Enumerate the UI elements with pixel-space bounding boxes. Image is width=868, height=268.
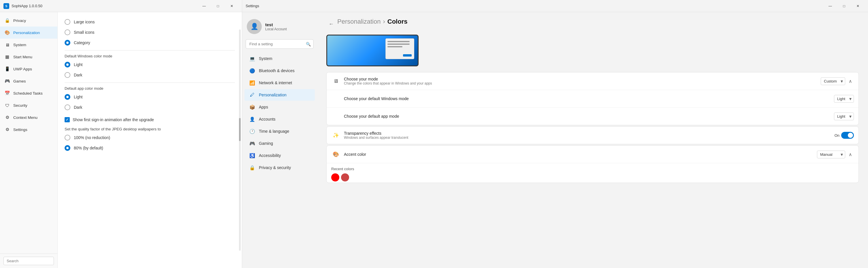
settings-nav-bluetooth[interactable]: 🔵 Bluetooth & devices <box>244 65 315 77</box>
sidebar-item-scheduled-tasks-label: Scheduled Tasks <box>13 91 43 95</box>
network-nav-label: Network & internet <box>259 81 292 85</box>
sophi-close-button[interactable]: ✕ <box>225 1 239 11</box>
sophi-maximize-button[interactable]: □ <box>211 1 224 11</box>
settings-title-left: Settings <box>246 4 259 8</box>
windows-light-option[interactable]: Light <box>65 59 235 70</box>
settings-maximize-button[interactable]: □ <box>837 1 851 11</box>
transparency-card: ✨ Transparency effects Windows and surfa… <box>326 126 859 144</box>
settings-close-button[interactable]: ✕ <box>851 1 865 11</box>
default-app-dropdown[interactable]: Light Dark <box>834 113 854 120</box>
sophi-window-controls: — □ ✕ <box>197 1 239 11</box>
color-swatches <box>331 173 854 181</box>
sidebar-item-security-label: Security <box>13 103 27 108</box>
personalization-nav-label: Personalization <box>259 93 286 97</box>
user-info: test Local Account <box>265 22 287 31</box>
default-windows-row: Choose your default Windows mode Light D… <box>327 90 859 108</box>
windows-dark-radio[interactable] <box>65 72 70 78</box>
default-windows-dropdown[interactable]: Light Dark <box>834 95 854 103</box>
app-light-option[interactable]: Light <box>65 92 235 102</box>
accent-dropdown[interactable]: Manual Automatic <box>817 151 845 158</box>
sidebar-item-settings-label: Settings <box>13 127 27 132</box>
sidebar-item-personalization[interactable]: 🎨 Personalization <box>0 27 57 39</box>
preview-line-2 <box>388 43 410 45</box>
gaming-nav-icon: 🎮 <box>249 140 255 147</box>
breadcrumb-parent[interactable]: Personalization <box>337 18 380 25</box>
quality-100-radio[interactable] <box>65 135 70 141</box>
settings-sidebar: 👤 test Local Account 🔍 💻 System 🔵 Blueto… <box>242 12 317 268</box>
default-app-row: Choose your default app mode Light Dark <box>327 108 859 125</box>
search-input[interactable] <box>3 257 54 265</box>
recent-colors-label: Recent colors <box>331 167 854 171</box>
gaming-nav-label: Gaming <box>259 141 273 146</box>
app-dark-radio[interactable] <box>65 105 70 110</box>
transparency-state-label: On <box>835 133 839 138</box>
theme-preview <box>326 35 418 66</box>
choose-mode-dropdown[interactable]: Custom Light Dark <box>821 77 845 85</box>
sidebar-item-scheduled-tasks[interactable]: 📅 Scheduled Tasks <box>0 87 57 99</box>
sophi-minimize-button[interactable]: — <box>197 1 211 11</box>
settings-nav-privacy[interactable]: 🔒 Privacy & security <box>244 162 315 173</box>
settings-search-input[interactable] <box>246 39 314 49</box>
settings-user: 👤 test Local Account <box>242 17 317 39</box>
category-label: Category <box>74 40 90 45</box>
settings-search: 🔍 <box>246 39 314 49</box>
category-radio[interactable] <box>65 40 70 46</box>
large-icons-option[interactable]: Large icons <box>65 17 235 27</box>
settings-minimize-button[interactable]: — <box>824 1 837 11</box>
back-button[interactable]: ← <box>326 20 336 28</box>
sidebar-item-games[interactable]: 🎮 Games <box>0 75 57 87</box>
settings-nav-accessibility[interactable]: ♿ Accessibility <box>244 150 315 161</box>
windows-light-radio[interactable] <box>65 62 70 67</box>
default-windows-icon <box>331 94 340 103</box>
app-light-radio[interactable] <box>65 94 70 100</box>
time-nav-icon: 🕐 <box>249 128 255 135</box>
windows-dark-option[interactable]: Dark <box>65 70 235 80</box>
choose-mode-row: 🖥 Choose your mode Change the colors tha… <box>327 72 859 90</box>
choose-mode-title: Choose your mode <box>344 77 817 81</box>
sign-in-animation-option[interactable]: Show first sign-in animation after the u… <box>65 115 235 125</box>
settings-nav-gaming[interactable]: 🎮 Gaming <box>244 138 315 149</box>
sidebar-item-system[interactable]: 🖥 System <box>0 39 57 51</box>
settings-nav-accounts[interactable]: 👤 Accounts <box>244 113 315 125</box>
quality-80-option[interactable]: 80% (by default) <box>65 143 235 153</box>
settings-nav-time[interactable]: 🕐 Time & language <box>244 125 315 137</box>
app-dark-label: Dark <box>74 105 83 110</box>
small-icons-radio[interactable] <box>65 29 70 35</box>
sidebar-item-context-menu[interactable]: ⚙ Context Menu <box>0 111 57 123</box>
small-icons-option[interactable]: Small icons <box>65 27 235 37</box>
breadcrumb-current: Colors <box>388 18 408 25</box>
choose-mode-chevron-up[interactable]: ∧ <box>847 78 854 85</box>
accent-chevron-up[interactable]: ∧ <box>847 151 854 158</box>
large-icons-label: Large icons <box>74 20 95 24</box>
quality-80-radio[interactable] <box>65 145 70 151</box>
privacy-nav-icon: 🔒 <box>249 165 255 171</box>
quality-100-option[interactable]: 100% (no reduction) <box>65 132 235 143</box>
transparency-subtitle: Windows and surfaces appear translucent <box>344 136 831 140</box>
scheduled-tasks-icon: 📅 <box>4 90 10 96</box>
sidebar-item-settings[interactable]: ⚙ Settings <box>0 123 57 136</box>
settings-nav-network[interactable]: 📶 Network & internet <box>244 77 315 89</box>
bluetooth-nav-icon: 🔵 <box>249 67 255 74</box>
accent-control: Manual Automatic ∧ <box>817 151 854 158</box>
sophi-app-icon: S <box>3 3 9 9</box>
app-dark-option[interactable]: Dark <box>65 102 235 113</box>
color-swatch-red[interactable] <box>331 173 339 181</box>
breadcrumb-separator: › <box>383 18 385 25</box>
sidebar-item-privacy[interactable]: 🔒 Privacy <box>0 14 57 27</box>
settings-nav-personalization[interactable]: 🖊 Personalization <box>244 89 315 101</box>
sidebar-item-start-menu[interactable]: ▦ Start Menu <box>0 51 57 63</box>
category-option[interactable]: Category <box>65 37 235 48</box>
settings-nav-apps[interactable]: 📦 Apps <box>244 101 315 113</box>
settings-nav-system[interactable]: 💻 System <box>244 53 315 64</box>
security-icon: 🛡 <box>4 102 10 109</box>
accent-header: 🎨 Accent color Manual Automatic ∧ <box>327 146 859 163</box>
large-icons-radio[interactable] <box>65 19 70 25</box>
theme-preview-lines <box>386 39 414 50</box>
scrollbar-thumb[interactable] <box>239 118 241 141</box>
color-swatch-darkred[interactable] <box>341 173 349 181</box>
sidebar-item-security[interactable]: 🛡 Security <box>0 99 57 111</box>
transparency-toggle[interactable] <box>841 132 854 139</box>
system-nav-icon: 💻 <box>249 55 255 62</box>
sign-in-animation-checkbox[interactable] <box>65 117 70 122</box>
sidebar-item-uwp-apps[interactable]: 📱 UWP Apps <box>0 63 57 75</box>
